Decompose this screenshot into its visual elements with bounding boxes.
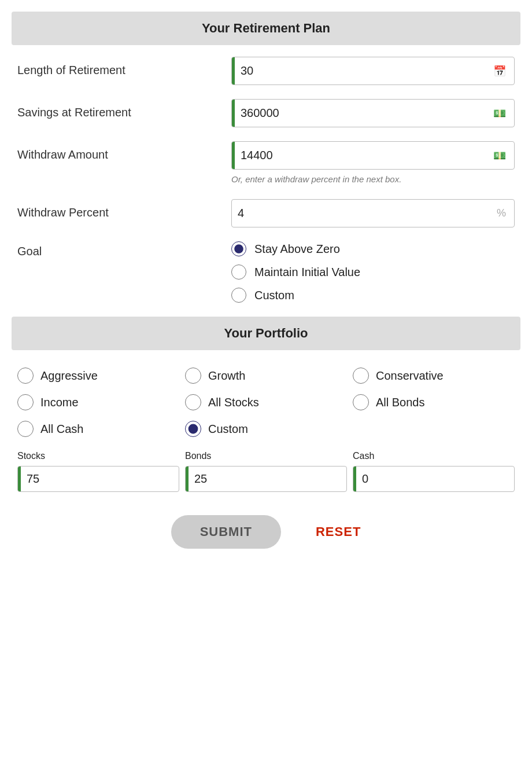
goal-stay-above-zero-label: Stay Above Zero (254, 243, 340, 256)
cash-input[interactable] (356, 467, 514, 491)
portfolio-aggressive-label: Aggressive (40, 369, 98, 383)
withdraw-percent-label: Withdraw Percent (17, 199, 231, 219)
withdraw-percent-input[interactable] (232, 200, 489, 227)
submit-button[interactable]: SUBMIT (171, 515, 281, 549)
goal-radio-group: Stay Above Zero Maintain Initial Value C… (231, 241, 515, 303)
portfolio-all-bonds-label: All Bonds (376, 396, 425, 409)
stocks-percent-icon: % (179, 467, 179, 491)
money-icon-savings: 💵 (485, 101, 514, 126)
cash-percent-icon: % (514, 467, 515, 491)
portfolio-conservative-label: Conservative (376, 369, 444, 383)
length-of-retirement-label: Length of Retirement (17, 57, 231, 77)
length-of-retirement-row: Length of Retirement 📅 (12, 57, 520, 85)
calendar-icon: 📅 (485, 59, 514, 83)
withdraw-amount-input-col: 💵 Or, enter a withdraw percent in the ne… (231, 141, 515, 185)
money-icon-withdraw: 💵 (485, 144, 514, 168)
goal-custom-radio[interactable] (231, 288, 246, 303)
bonds-input[interactable] (189, 467, 346, 491)
allocation-section: Stocks Bonds Cash % % % (12, 451, 520, 504)
bonds-percent-icon: % (346, 467, 347, 491)
portfolio-all-stocks-label: All Stocks (208, 396, 259, 409)
stocks-label: Stocks (17, 451, 179, 461)
portfolio-growth-label: Growth (208, 369, 245, 383)
portfolio-custom-radio[interactable] (185, 421, 201, 437)
savings-at-retirement-label: Savings at Retirement (17, 99, 231, 119)
portfolio-custom-label: Custom (208, 423, 248, 436)
withdraw-amount-label: Withdraw Amount (17, 141, 231, 161)
cash-input-wrapper: % (353, 466, 515, 492)
withdraw-amount-input[interactable] (235, 142, 485, 169)
savings-at-retirement-input-col: 💵 (231, 99, 515, 127)
length-of-retirement-input[interactable] (235, 57, 485, 85)
goal-row: Goal Stay Above Zero Maintain Initial Va… (12, 241, 520, 303)
portfolio-all-cash-option[interactable]: All Cash (17, 421, 179, 437)
retirement-plan-section: Your Retirement Plan Length of Retiremen… (12, 12, 520, 303)
goal-custom-label: Custom (254, 289, 294, 302)
savings-at-retirement-row: Savings at Retirement 💵 (12, 99, 520, 127)
portfolio-income-label: Income (40, 396, 79, 409)
savings-at-retirement-input-wrapper: 💵 (231, 99, 515, 127)
portfolio-all-bonds-option[interactable]: All Bonds (353, 394, 515, 410)
bonds-label: Bonds (185, 451, 347, 461)
portfolio-title: Your Portfolio (224, 326, 308, 340)
allocation-inputs: % % % (17, 466, 515, 492)
withdraw-percent-input-col: % (231, 199, 515, 227)
portfolio-aggressive-radio[interactable] (17, 368, 34, 384)
portfolio-growth-option[interactable]: Growth (185, 368, 347, 384)
length-of-retirement-input-col: 📅 (231, 57, 515, 85)
savings-at-retirement-input[interactable] (235, 100, 485, 127)
withdraw-amount-input-wrapper: 💵 (231, 141, 515, 170)
goal-maintain-initial-option[interactable]: Maintain Initial Value (231, 265, 515, 280)
length-of-retirement-input-wrapper: 📅 (231, 57, 515, 85)
goal-maintain-initial-radio[interactable] (231, 265, 246, 280)
portfolio-growth-radio[interactable] (185, 368, 201, 384)
stocks-input-wrapper: % (17, 466, 179, 492)
portfolio-grid: Aggressive Growth Conservative Income Al… (12, 362, 520, 451)
reset-button[interactable]: RESET (316, 524, 361, 539)
withdraw-percent-input-wrapper: % (231, 199, 515, 227)
cash-label: Cash (353, 451, 515, 461)
portfolio-header: Your Portfolio (12, 317, 520, 350)
portfolio-conservative-radio[interactable] (353, 368, 369, 384)
goal-maintain-initial-label: Maintain Initial Value (254, 266, 360, 279)
button-row: SUBMIT RESET (12, 504, 520, 554)
goal-stay-above-zero-radio[interactable] (231, 241, 246, 256)
portfolio-all-cash-radio[interactable] (17, 421, 34, 437)
bonds-input-wrapper: % (185, 466, 347, 492)
portfolio-income-option[interactable]: Income (17, 394, 179, 410)
withdraw-hint: Or, enter a withdraw percent in the next… (231, 173, 515, 185)
portfolio-all-bonds-radio[interactable] (353, 394, 369, 410)
portfolio-custom-option[interactable]: Custom (185, 421, 347, 437)
goal-custom-option[interactable]: Custom (231, 288, 515, 303)
portfolio-income-radio[interactable] (17, 394, 34, 410)
retirement-plan-header: Your Retirement Plan (12, 12, 520, 45)
portfolio-aggressive-option[interactable]: Aggressive (17, 368, 179, 384)
goal-stay-above-zero-option[interactable]: Stay Above Zero (231, 241, 515, 256)
goal-label: Goal (17, 241, 231, 258)
withdraw-amount-row: Withdraw Amount 💵 Or, enter a withdraw p… (12, 141, 520, 185)
withdraw-percent-row: Withdraw Percent % (12, 199, 520, 227)
portfolio-all-stocks-radio[interactable] (185, 394, 201, 410)
portfolio-section: Your Portfolio Aggressive Growth Conserv… (12, 317, 520, 504)
portfolio-all-cash-label: All Cash (40, 423, 83, 436)
portfolio-conservative-option[interactable]: Conservative (353, 368, 515, 384)
percent-icon: % (489, 201, 514, 225)
retirement-plan-title: Your Retirement Plan (202, 21, 330, 35)
portfolio-all-stocks-option[interactable]: All Stocks (185, 394, 347, 410)
stocks-input[interactable] (21, 467, 179, 491)
allocation-labels: Stocks Bonds Cash (17, 451, 515, 461)
